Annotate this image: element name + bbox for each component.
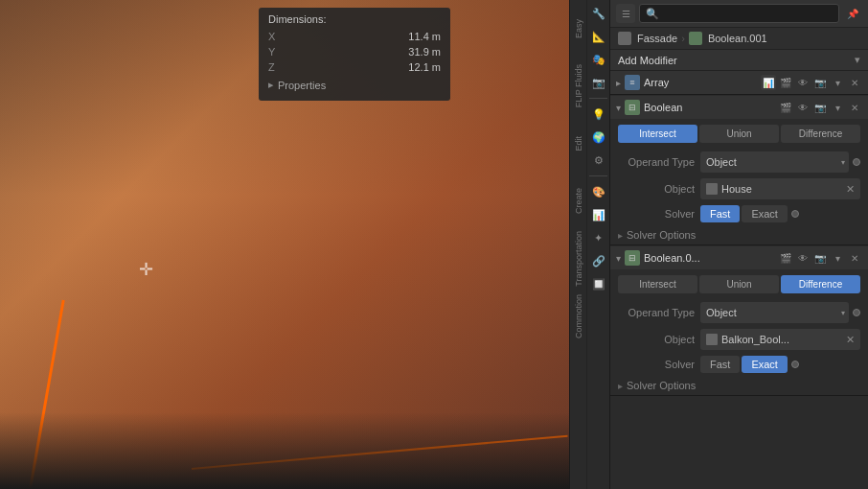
bool1-object-field[interactable]: House ✕ <box>700 178 860 199</box>
panel-menu-button[interactable]: ☰ <box>616 4 635 23</box>
vtab-create[interactable]: Create <box>570 173 587 230</box>
bool2-object-clear[interactable]: ✕ <box>846 334 855 346</box>
bool2-name: Boolean.0... <box>644 252 774 264</box>
viewport[interactable]: Dimensions: X 11.4 m Y 31.9 m Z 12.1 m ▸… <box>0 0 569 489</box>
dim-z-label: Z <box>268 61 287 73</box>
bool2-solver-btns: Fast Exact <box>700 356 788 373</box>
bool2-intersect[interactable]: Intersect <box>618 275 697 293</box>
vtab-easy[interactable]: Easy <box>570 0 587 58</box>
array-render-icon[interactable]: 🎬 <box>778 75 793 90</box>
tool-data[interactable]: 🔲 <box>589 274 608 293</box>
dim-y-label: Y <box>268 46 287 58</box>
search-input[interactable] <box>639 4 839 23</box>
breadcrumb: Fassade › Boolean.001 <box>610 28 868 50</box>
tool-particles[interactable]: ✦ <box>589 228 608 247</box>
divider-1 <box>589 98 606 99</box>
vtab-flip[interactable]: FLIP Fluids <box>570 58 587 115</box>
bool2-exact[interactable]: Exact <box>742 356 788 373</box>
vtab-strip-right: Easy FLIP Fluids Edit Create Transportat… <box>569 0 586 489</box>
bool2-difference[interactable]: Difference <box>781 275 860 293</box>
bool1-collapse[interactable]: ▾ <box>616 103 621 113</box>
bool1-object-clear[interactable]: ✕ <box>846 183 855 196</box>
bool2-fast[interactable]: Fast <box>700 356 740 373</box>
tool-constraints[interactable]: 🔗 <box>589 251 608 270</box>
bool1-fast[interactable]: Fast <box>700 205 740 222</box>
bool2-solver-opt-label: Solver Options <box>627 380 696 391</box>
array-icon: ≡ <box>625 75 640 90</box>
bool2-object-field[interactable]: Balkon_Bool... ✕ <box>700 329 860 350</box>
bool2-delete[interactable]: ✕ <box>847 250 862 266</box>
tool-measure[interactable]: 📐 <box>589 27 608 46</box>
bool1-viewport[interactable]: 👁 <box>795 100 811 115</box>
pin-button[interactable]: 📌 <box>843 4 862 23</box>
array-icon-1[interactable]: 📊 <box>761 75 776 90</box>
bool2-ops: Intersect Union Difference <box>610 269 868 299</box>
breadcrumb-object[interactable]: Fassade <box>637 33 677 44</box>
bool2-operand-dot <box>853 309 860 316</box>
bool1-ops: Intersect Union Difference <box>610 119 868 149</box>
tool-chart[interactable]: 📊 <box>589 205 608 224</box>
dimensions-title: Dimensions: <box>268 13 441 25</box>
modifier-boolean-1: ▾ ⊟ Boolean 🎬 👁 📷 ▾ ✕ Intersect Union Di… <box>610 96 868 245</box>
bool2-operand-label: Operand Type <box>618 307 695 318</box>
bool1-dropdown[interactable]: ▾ <box>830 100 845 115</box>
array-dropdown[interactable]: ▾ <box>830 75 845 90</box>
bool2-viewport[interactable]: 👁 <box>795 250 811 266</box>
vtab-commotion[interactable]: Commotion <box>570 288 587 345</box>
add-modifier-row[interactable]: Add Modifier ▾ <box>610 50 868 71</box>
bool1-intersect[interactable]: Intersect <box>618 125 697 143</box>
modifier-boolean-2: ▾ ⊟ Boolean.0... 🎬 👁 📷 ▾ ✕ Intersect Uni… <box>610 246 868 396</box>
bool2-operand-row: Operand Type Object Collection ▾ <box>610 299 868 326</box>
bool2-collapse[interactable]: ▾ <box>616 253 621 264</box>
array-collapse[interactable]: ▸ <box>616 78 621 88</box>
tool-camera[interactable]: 📷 <box>589 73 608 92</box>
bool1-operand-select-wrap: Object Collection ▾ <box>700 151 849 173</box>
bool1-delete[interactable]: ✕ <box>847 100 862 115</box>
bool1-render[interactable]: 🎬 <box>778 100 793 115</box>
array-viewport-icon[interactable]: 👁 <box>795 75 811 90</box>
panel-header: ☰ 📌 <box>610 0 868 28</box>
divider-2 <box>589 175 606 176</box>
bool2-dropdown[interactable]: ▾ <box>830 250 845 266</box>
bool2-operand-select[interactable]: Object Collection <box>700 302 849 323</box>
tool-wrench[interactable]: 🔧 <box>589 4 608 23</box>
bool1-object-name: House <box>721 183 842 195</box>
bool2-header-icons: 🎬 👁 📷 ▾ ✕ <box>778 250 862 266</box>
dim-x-value: 11.4 m <box>408 31 441 42</box>
bool1-solver-row: Solver Fast Exact <box>610 202 868 225</box>
tool-light[interactable]: 💡 <box>589 105 608 124</box>
bool1-union[interactable]: Union <box>699 125 779 143</box>
array-delete[interactable]: ✕ <box>847 75 862 90</box>
bool1-icon: ⊟ <box>625 100 640 115</box>
bool1-object-value: House ✕ <box>700 178 860 199</box>
bool1-difference[interactable]: Difference <box>781 125 860 143</box>
tool-mask[interactable]: 🎭 <box>589 50 608 69</box>
bool2-render[interactable]: 🎬 <box>778 250 793 266</box>
vtab-transport[interactable]: Transportation <box>570 230 587 288</box>
breadcrumb-modifier[interactable]: Boolean.001 <box>708 33 767 44</box>
bool2-object-row: Object Balkon_Bool... ✕ <box>610 326 868 353</box>
bool2-object-label: Object <box>618 334 695 345</box>
tool-settings[interactable]: ⚙ <box>589 151 608 170</box>
bool1-operand-select[interactable]: Object Collection <box>700 151 849 173</box>
bool1-exact[interactable]: Exact <box>742 205 788 222</box>
tool-paint[interactable]: 🎨 <box>589 182 608 201</box>
dim-row-y: Y 31.9 m <box>268 44 441 59</box>
properties-row[interactable]: ▸ Properties <box>268 75 441 95</box>
bool1-solver-dot <box>791 210 799 218</box>
bool2-icon: ⊟ <box>625 250 640 266</box>
bool1-camera[interactable]: 📷 <box>812 100 828 115</box>
bool2-union[interactable]: Union <box>699 275 779 293</box>
tool-world[interactable]: 🌍 <box>589 128 608 147</box>
dim-row-z: Z 12.1 m <box>268 59 441 75</box>
bool2-solver-options[interactable]: ▸ Solver Options <box>610 376 868 395</box>
bool1-object-icon <box>706 183 718 195</box>
dim-z-value: 12.1 m <box>408 61 441 73</box>
bool2-camera[interactable]: 📷 <box>812 250 828 266</box>
pin-icon: 📌 <box>847 9 858 19</box>
vtab-edit[interactable]: Edit <box>570 115 587 173</box>
array-camera-icon[interactable]: 📷 <box>812 75 828 90</box>
bool1-solver-options[interactable]: ▸ Solver Options <box>610 225 868 244</box>
bool2-operand-select-wrap: Object Collection ▾ <box>700 302 849 323</box>
modifier-boolean-2-header: ▾ ⊟ Boolean.0... 🎬 👁 📷 ▾ ✕ <box>610 246 868 269</box>
